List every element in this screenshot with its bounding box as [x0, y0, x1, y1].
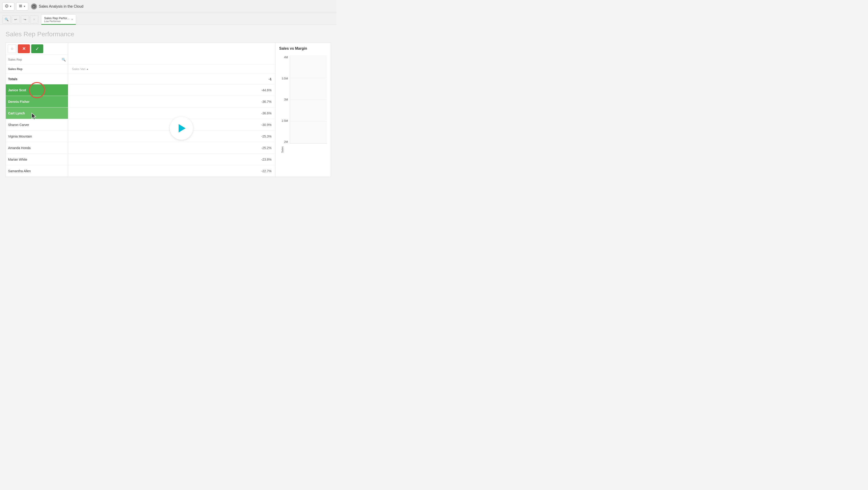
column-header: Sales Rep — [6, 64, 68, 74]
back-button[interactable]: ↩ — [11, 15, 20, 24]
totals-value: -1 — [269, 77, 272, 81]
grid-line — [290, 78, 327, 78]
view-dropdown-button[interactable]: ▼ — [16, 2, 28, 11]
tab-subtitle: Low Performer — [44, 20, 69, 23]
confirm-button[interactable]: ✓ — [31, 44, 43, 53]
app-icon: ⊙ — [31, 3, 37, 9]
y-axis: 4M 3.5M 3M 2.5M 2M — [279, 56, 288, 144]
list-item[interactable]: Sharon Carver — [6, 119, 68, 131]
tab-close-button[interactable]: × — [71, 18, 73, 21]
cancel-icon: ✕ — [22, 46, 26, 51]
svg-point-1 — [6, 6, 7, 6]
y-label: 4M — [279, 56, 288, 59]
svg-rect-6 — [19, 5, 22, 5]
back-icon: ↩ — [14, 18, 17, 21]
selection-circle — [29, 82, 45, 98]
list-item[interactable]: Janice Scot — [6, 84, 68, 96]
search-row: 🔍 — [6, 55, 68, 64]
row-name: Marian White — [8, 158, 27, 161]
nav-chevron-icon: ▼ — [9, 5, 12, 8]
app-title-area: ⊙ Sales Analysis in the Cloud — [31, 3, 84, 9]
totals-row: Totals — [6, 74, 68, 84]
values-column-header: Sales Vari ▲ — [68, 64, 275, 74]
list-settings-icon[interactable]: ⚙ — [8, 44, 17, 53]
chart-panel: Sales vs Margin 4M 3.5M 3M 2.5M 2M — [275, 43, 331, 177]
cancel-button[interactable]: ✕ — [18, 44, 30, 53]
value-row: -36.6% — [68, 108, 275, 119]
search-input[interactable] — [8, 58, 62, 61]
list-item[interactable]: Amanda Honda — [6, 142, 68, 154]
value: -25.3% — [261, 134, 272, 138]
main-layout: ⚙ ✕ ✓ 🔍 Sales Rep Totals — [5, 42, 331, 177]
list-item[interactable]: Dennis Fisher — [6, 96, 68, 108]
value-row: -25.2% — [68, 142, 275, 154]
value: -36.6% — [261, 112, 272, 115]
value-row: -44.6% — [68, 84, 275, 96]
settings-icon: ⚙ — [11, 47, 13, 51]
value-row: -22.7% — [68, 165, 275, 177]
totals-value-row: -1 — [68, 74, 275, 84]
y-label: 3.5M — [279, 77, 288, 80]
value: -30.9% — [261, 123, 272, 127]
play-icon — [179, 124, 186, 132]
view-chevron-icon: ▼ — [23, 5, 26, 8]
list-item[interactable]: Viginia Mountain — [6, 131, 68, 142]
values-header-label: Sales Vari — [72, 67, 85, 71]
value-row: -36.7% — [68, 96, 275, 108]
sort-arrow-icon: ▲ — [86, 68, 89, 70]
cancel-selection-button[interactable]: ✕ — [30, 15, 38, 24]
list-item[interactable]: Marian White — [6, 154, 68, 165]
forward-icon: ↪ — [24, 18, 26, 21]
svg-rect-8 — [19, 7, 22, 7]
search-icon: 🔍 — [62, 58, 66, 61]
svg-marker-11 — [32, 113, 36, 120]
second-toolbar: 🔍 ↩ ↪ ✕ Sales Rep Perfor... Low Performe… — [0, 13, 337, 25]
list-item[interactable]: Samantha Allen — [6, 165, 68, 177]
panel-spacer — [68, 43, 275, 64]
y-label: 3M — [279, 98, 288, 101]
chart-title: Sales vs Margin — [279, 47, 327, 51]
tab-sales-rep-performance[interactable]: Sales Rep Perfor... Low Performer × — [41, 14, 76, 25]
x-label-text: Sales — [281, 146, 284, 153]
svg-text:⊙: ⊙ — [33, 5, 34, 8]
totals-label: Totals — [8, 77, 17, 81]
row-name: Cart Lynch — [8, 112, 25, 115]
chart-area: 4M 3.5M 3M 2.5M 2M Sales — [279, 53, 327, 153]
value: -44.6% — [261, 88, 272, 92]
left-panel: ⚙ ✕ ✓ 🔍 Sales Rep Totals — [6, 43, 68, 177]
page-title: Sales Rep Performance — [5, 31, 331, 38]
row-name: Dennis Fisher — [8, 100, 30, 103]
value-row: -23.8% — [68, 154, 275, 165]
play-button[interactable] — [170, 117, 193, 140]
search-toolbar-button[interactable]: 🔍 — [2, 15, 11, 24]
cancel-selection-icon: ✕ — [33, 18, 36, 21]
x-axis-label: Sales — [281, 144, 284, 153]
row-name: Sharon Carver — [8, 123, 29, 127]
cursor-indicator — [31, 113, 37, 121]
page-content: Sales Rep Performance ⚙ ✕ ✓ 🔍 — [0, 25, 337, 177]
search-icon: 🔍 — [5, 18, 8, 21]
value: -36.7% — [261, 100, 272, 103]
row-name: Janice Scot — [8, 88, 26, 92]
chart-bars-area — [290, 56, 327, 144]
y-label: 2M — [279, 140, 288, 144]
value: -25.2% — [261, 146, 272, 150]
row-name: Amanda Honda — [8, 146, 31, 150]
grid-line — [290, 121, 327, 122]
value: -22.7% — [261, 169, 272, 173]
compass-icon — [5, 4, 8, 8]
grid-line — [290, 56, 327, 56]
svg-rect-7 — [19, 6, 22, 6]
row-name: Samantha Allen — [8, 169, 31, 173]
y-label: 2.5M — [279, 119, 288, 123]
app-title-text: Sales Analysis in the Cloud — [39, 4, 84, 8]
column-header-label: Sales Rep — [8, 67, 23, 71]
top-toolbar: ▼ ▼ ⊙ Sales Analysis in the Cloud — [0, 0, 337, 13]
list-item[interactable]: Cart Lynch — [6, 108, 68, 119]
confirm-icon: ✓ — [35, 46, 39, 52]
value: -23.8% — [261, 158, 272, 161]
center-panel: Sales Vari ▲ -1 -44.6% -36.7% -36.6% -30… — [68, 43, 275, 177]
nav-dropdown-button[interactable]: ▼ — [2, 2, 14, 11]
forward-button[interactable]: ↪ — [21, 15, 29, 24]
tab-title: Sales Rep Perfor... — [44, 17, 69, 20]
